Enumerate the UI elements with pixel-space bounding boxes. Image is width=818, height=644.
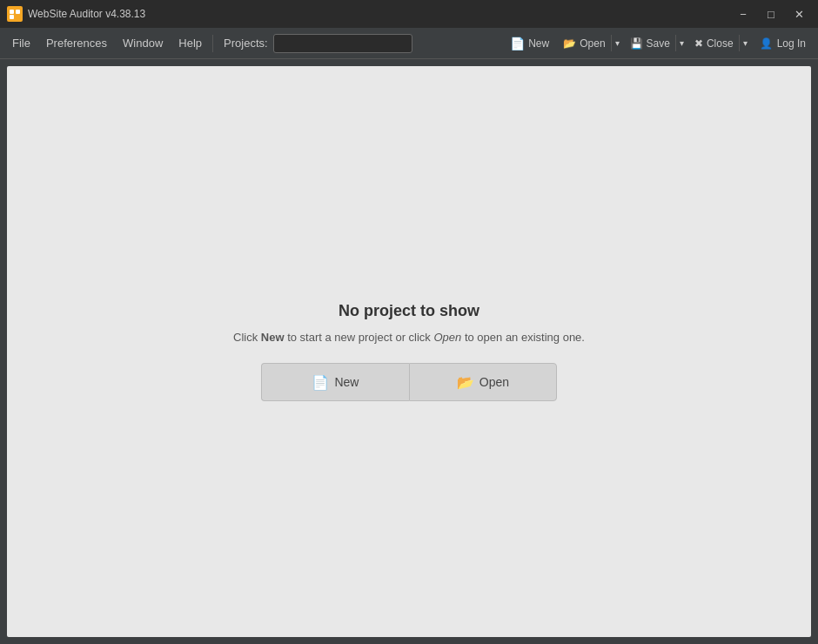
- svg-rect-0: [7, 6, 23, 22]
- toolbar-open-arrow[interactable]: ▾: [611, 35, 623, 51]
- login-label: Log In: [777, 37, 806, 50]
- user-icon: 👤: [760, 37, 773, 50]
- toolbar-save-label: Save: [647, 37, 670, 50]
- open-project-icon: 📂: [457, 374, 474, 391]
- toolbar-close-button[interactable]: ✖ Close: [689, 34, 739, 53]
- login-button[interactable]: 👤 Log In: [753, 34, 813, 53]
- menu-window[interactable]: Window: [116, 33, 170, 53]
- save-icon: 💾: [630, 37, 643, 50]
- toolbar-new-label: New: [528, 37, 549, 50]
- toolbar-new-button[interactable]: 📄 New: [503, 33, 556, 54]
- empty-state: No project to show Click New to start a …: [233, 302, 585, 401]
- new-project-button[interactable]: 📄 New: [261, 363, 409, 401]
- action-buttons: 📄 New 📂 Open: [261, 363, 557, 401]
- empty-subtitle: Click New to start a new project or clic…: [233, 331, 585, 344]
- new-project-icon: 📄: [312, 374, 329, 391]
- toolbar-close-icon: ✖: [694, 37, 703, 50]
- toolbar-close-label: Close: [707, 37, 734, 50]
- toolbar-save-group: 💾 Save ▾: [625, 34, 687, 53]
- menu-help[interactable]: Help: [171, 33, 209, 53]
- svg-rect-2: [16, 10, 20, 14]
- open-icon: 📂: [563, 37, 576, 50]
- svg-rect-4: [16, 15, 20, 19]
- toolbar-close-arrow[interactable]: ▾: [739, 35, 751, 51]
- new-project-label: New: [334, 375, 359, 389]
- empty-title: No project to show: [339, 302, 479, 320]
- svg-rect-3: [10, 15, 14, 19]
- app-icon: [7, 6, 23, 22]
- toolbar-save-arrow[interactable]: ▾: [675, 35, 687, 51]
- window-controls: − □ ✕: [731, 4, 811, 23]
- app-title: WebSite Auditor v4.38.13: [28, 8, 731, 20]
- main-content: No project to show Click New to start a …: [7, 66, 811, 637]
- menu-separator: [212, 35, 213, 52]
- close-button[interactable]: ✕: [787, 4, 811, 23]
- toolbar-open-button[interactable]: 📂 Open: [558, 34, 610, 53]
- minimize-button[interactable]: −: [731, 4, 755, 23]
- menu-preferences[interactable]: Preferences: [39, 33, 114, 53]
- toolbar-open-label: Open: [580, 37, 605, 50]
- svg-rect-1: [10, 10, 14, 14]
- projects-label: Projects:: [224, 37, 268, 50]
- new-icon: 📄: [510, 37, 525, 50]
- open-project-button[interactable]: 📂 Open: [409, 363, 557, 401]
- toolbar-open-group: 📂 Open ▾: [558, 34, 622, 53]
- menu-file[interactable]: File: [5, 33, 37, 53]
- open-project-label: Open: [479, 375, 509, 389]
- toolbar-close-group: ✖ Close ▾: [689, 34, 751, 53]
- title-bar: WebSite Auditor v4.38.13 − □ ✕: [0, 0, 818, 28]
- menu-bar: File Preferences Window Help Projects: 📄…: [0, 28, 818, 59]
- toolbar-save-button[interactable]: 💾 Save: [625, 34, 675, 53]
- projects-dropdown[interactable]: [273, 34, 412, 53]
- maximize-button[interactable]: □: [759, 4, 783, 23]
